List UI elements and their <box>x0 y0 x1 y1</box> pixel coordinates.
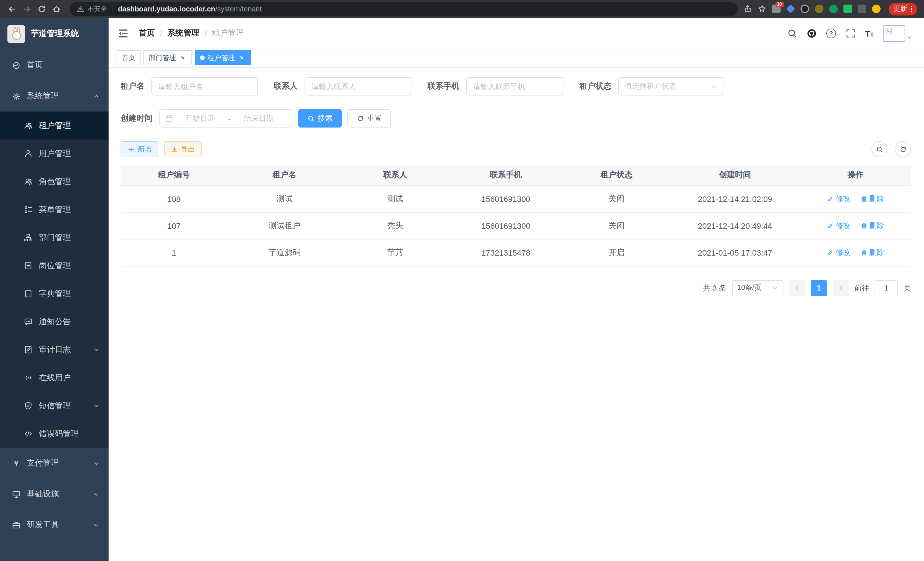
sidebar-menu: 首页 系统管理 租户管理 用户管理 角色管理 <box>0 50 109 561</box>
table-row: 107 测试租户 秃头 15601691300 关闭 2021-12-14 20… <box>121 212 911 239</box>
extension-icon[interactable] <box>800 5 809 13</box>
reload-button[interactable] <box>34 2 49 16</box>
header-search-button[interactable] <box>787 28 797 38</box>
chevron-down-icon <box>711 83 717 89</box>
sidebar-item-dept[interactable]: 部门管理 <box>0 224 109 252</box>
sidebar-item-label: 研发工具 <box>27 520 59 530</box>
sidebar-toggle-button[interactable] <box>118 28 129 39</box>
column-header: 租户编号 <box>121 165 227 185</box>
delete-button[interactable]: 删除 <box>861 247 884 258</box>
reset-button-label: 重置 <box>367 113 382 123</box>
chevron-down-icon <box>93 347 99 353</box>
breadcrumb-system[interactable]: 系统管理 <box>167 28 200 38</box>
tab-home[interactable]: 首页 <box>117 50 141 65</box>
app-logo[interactable]: 芋道管理系统 <box>0 18 109 50</box>
errcode-icon <box>24 429 33 438</box>
page-size-select[interactable]: 10条/页 <box>732 280 783 296</box>
sidebar-item-notice[interactable]: 通知公告 <box>0 308 109 336</box>
security-warning-icon <box>76 5 85 13</box>
sidebar-item-user[interactable]: 用户管理 <box>0 140 109 168</box>
user-avatar-dropdown[interactable] <box>884 25 913 41</box>
phone-input[interactable] <box>466 77 563 96</box>
yen-icon: ¥ <box>12 459 21 468</box>
sidebar-item-pay[interactable]: ¥ 支付管理 <box>0 448 109 479</box>
close-icon[interactable]: × <box>238 54 246 62</box>
status-select-placeholder: 请选择租户状态 <box>625 81 676 92</box>
security-label: 不安全 <box>87 5 107 13</box>
sidebar-item-home[interactable]: 首页 <box>0 50 109 81</box>
sidebar-item-errcode[interactable]: 错误码管理 <box>0 420 109 448</box>
user-icon <box>24 149 33 158</box>
cell-contact: 芋艿 <box>342 239 448 266</box>
sidebar-item-dict[interactable]: 字典管理 <box>0 280 109 308</box>
refresh-icon <box>899 146 907 153</box>
fullscreen-button[interactable] <box>845 28 855 38</box>
sidebar-item-post[interactable]: 岗位管理 <box>0 252 109 280</box>
extension-icon[interactable] <box>843 5 852 13</box>
goto-page-input[interactable] <box>875 280 898 296</box>
delete-button[interactable]: 删除 <box>861 220 884 231</box>
reload-icon <box>37 4 46 14</box>
forward-button[interactable] <box>20 2 34 16</box>
refresh-table-button[interactable] <box>895 141 911 157</box>
github-link[interactable] <box>807 28 816 38</box>
share-icon <box>743 5 752 13</box>
next-page-button[interactable] <box>832 280 849 296</box>
sidebar-item-sms[interactable]: 短信管理 <box>0 392 109 420</box>
refresh-icon <box>357 115 364 122</box>
chrome-update-button[interactable]: 更新 <box>888 3 917 15</box>
font-size-button[interactable]: TT <box>865 28 874 38</box>
delete-button[interactable]: 删除 <box>861 194 884 204</box>
extension-icon[interactable]: 10 <box>772 5 780 13</box>
profile-avatar-icon[interactable] <box>872 5 880 13</box>
column-header: 操作 <box>800 165 911 185</box>
breadcrumb-home[interactable]: 首页 <box>139 28 155 38</box>
tab-tenant[interactable]: 租户管理 × <box>195 50 251 65</box>
help-button[interactable]: ? <box>826 28 836 38</box>
table-toolbar-right <box>872 141 911 157</box>
sidebar-item-tenant[interactable]: 租户管理 <box>0 111 109 140</box>
bookmark-button[interactable] <box>758 5 766 13</box>
sidebar-item-role[interactable]: 角色管理 <box>0 168 109 196</box>
search-button[interactable]: 搜索 <box>298 109 342 128</box>
filter-row-2: 创建时间 开始日期 - 结束日期 搜索 重置 <box>121 109 911 128</box>
address-bar[interactable]: 不安全 dashboard.yudao.iocoder.cn/system/te… <box>70 2 737 16</box>
sidebar-item-label: 岗位管理 <box>39 260 71 271</box>
tenant-name-input[interactable] <box>152 77 258 96</box>
sidebar-item-online[interactable]: 在线用户 <box>0 364 109 392</box>
sidebar-item-infra[interactable]: 基础设施 <box>0 479 109 510</box>
toggle-search-button[interactable] <box>872 141 887 157</box>
export-button[interactable]: 导出 <box>164 141 202 157</box>
filter-contact: 联系人 <box>274 77 411 96</box>
reset-button[interactable]: 重置 <box>347 109 391 128</box>
close-icon[interactable]: × <box>179 54 187 62</box>
contact-input[interactable] <box>304 77 411 96</box>
extension-icon[interactable] <box>857 5 866 13</box>
sidebar-item-system[interactable]: 系统管理 <box>0 81 109 111</box>
role-icon <box>24 177 33 186</box>
extension-icon[interactable] <box>814 5 823 13</box>
date-range-picker[interactable]: 开始日期 - 结束日期 <box>159 109 291 128</box>
home-button[interactable] <box>49 2 64 16</box>
edit-button[interactable]: 修改 <box>827 194 850 204</box>
pencil-icon <box>827 249 834 256</box>
edit-button[interactable]: 修改 <box>827 247 850 258</box>
avatar <box>884 25 905 41</box>
extension-icon[interactable] <box>829 5 837 13</box>
status-select[interactable]: 请选择租户状态 <box>618 77 723 96</box>
edit-button[interactable]: 修改 <box>827 220 850 231</box>
column-header: 租户名 <box>227 165 342 185</box>
filter-phone: 联系手机 <box>428 77 563 96</box>
tab-dept[interactable]: 部门管理 × <box>143 50 192 65</box>
sidebar-item-menu[interactable]: 菜单管理 <box>0 196 109 224</box>
sidebar-item-devtools[interactable]: 研发工具 <box>0 510 109 540</box>
sidebar-item-audit[interactable]: 审计日志 <box>0 336 109 364</box>
prev-page-button[interactable] <box>789 280 805 296</box>
chevron-up-icon <box>93 93 99 99</box>
add-button[interactable]: 新增 <box>121 141 158 157</box>
back-button[interactable] <box>4 2 20 16</box>
share-button[interactable] <box>743 5 752 13</box>
cell-contact: 秃头 <box>342 212 448 239</box>
extension-icon[interactable] <box>786 4 795 13</box>
page-1-button[interactable]: 1 <box>811 280 827 296</box>
